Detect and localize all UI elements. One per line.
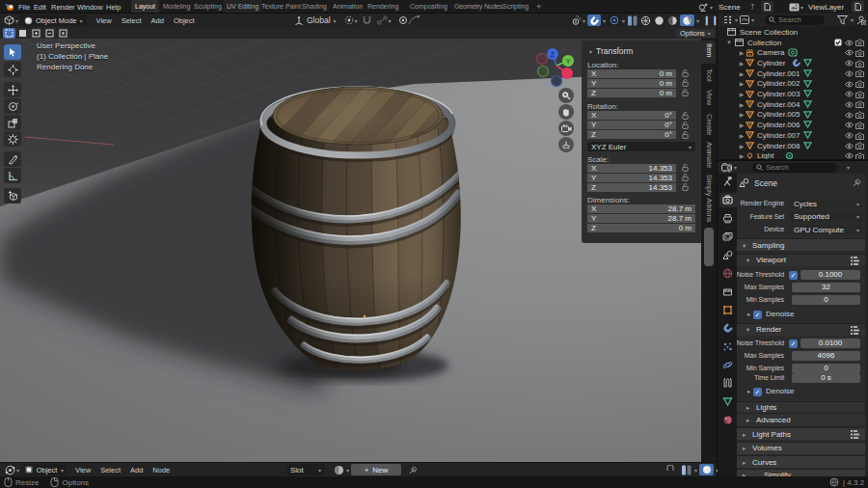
svg-text:Y: Y xyxy=(566,58,571,65)
svg-text:Z: Z xyxy=(551,51,556,58)
